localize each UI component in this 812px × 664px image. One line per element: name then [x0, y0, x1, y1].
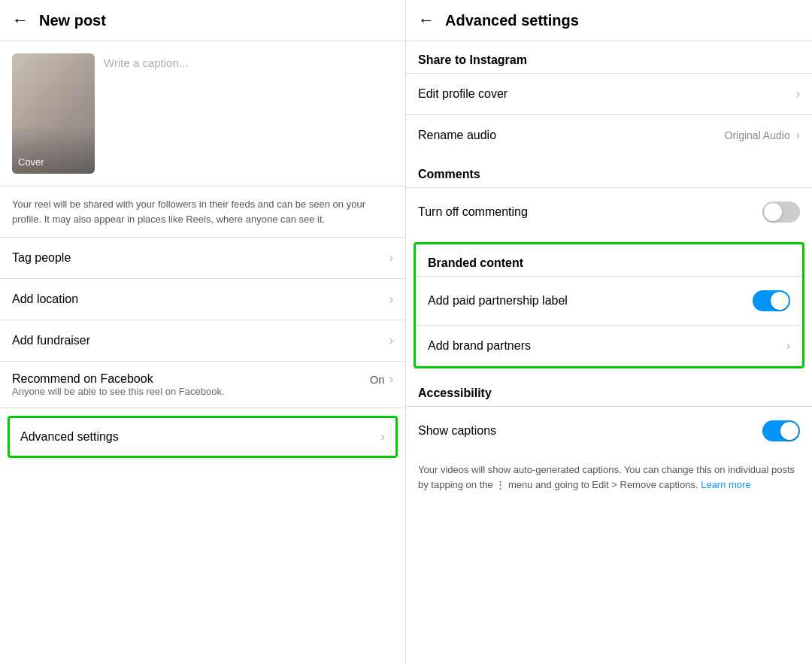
- add-fundraiser-chevron-icon: ›: [389, 334, 393, 347]
- left-back-button[interactable]: ←: [12, 11, 29, 30]
- add-fundraiser-label: Add fundraiser: [12, 334, 90, 347]
- accessibility-header: Accessibility: [406, 374, 812, 406]
- advanced-settings-chevron-icon: ›: [381, 430, 385, 444]
- rename-audio-label: Rename audio: [418, 129, 496, 142]
- description-text: Your reel will be shared with your follo…: [0, 186, 405, 238]
- add-brand-partners-label: Add brand partners: [428, 339, 531, 353]
- branded-content-box: Branded content Add paid partnership lab…: [414, 242, 804, 368]
- advanced-settings-item[interactable]: Advanced settings ›: [8, 416, 398, 458]
- rename-audio-chevron-icon: ›: [796, 129, 800, 142]
- add-paid-partnership-label: Add paid partnership label: [428, 294, 568, 308]
- show-captions-label: Show captions: [418, 424, 496, 438]
- tag-people-chevron-icon: ›: [389, 251, 393, 265]
- add-fundraiser-item[interactable]: Add fundraiser ›: [0, 320, 405, 362]
- left-panel-title: New post: [39, 12, 106, 29]
- caption-input[interactable]: Write a caption...: [104, 53, 393, 174]
- show-captions-toggle[interactable]: [762, 420, 800, 441]
- recommend-facebook-item[interactable]: Recommend on Facebook On › Anyone will b…: [0, 362, 405, 408]
- comments-header: Comments: [406, 156, 812, 187]
- cover-thumbnail[interactable]: Cover: [12, 53, 95, 174]
- tag-people-label: Tag people: [12, 251, 71, 265]
- share-instagram-header: Share to Instagram: [406, 41, 812, 73]
- add-brand-partners-chevron-icon: ›: [786, 339, 790, 353]
- left-header: ← New post: [0, 0, 405, 41]
- turn-off-commenting-label: Turn off commenting: [418, 205, 528, 219]
- add-location-chevron-icon: ›: [389, 293, 393, 306]
- add-brand-partners-row[interactable]: Add brand partners ›: [416, 325, 802, 366]
- cover-label: Cover: [18, 156, 44, 168]
- recommend-facebook-label: Recommend on Facebook: [12, 372, 153, 386]
- rename-audio-value: Original Audio: [725, 129, 790, 141]
- turn-off-commenting-toggle[interactable]: [762, 202, 800, 223]
- right-panel-title: Advanced settings: [445, 12, 579, 29]
- captions-note: Your videos will show auto-generated cap…: [406, 455, 812, 504]
- edit-profile-cover-row[interactable]: Edit profile cover ›: [406, 73, 812, 114]
- learn-more-link[interactable]: Learn more: [701, 479, 750, 490]
- advanced-settings-label: Advanced settings: [20, 430, 119, 444]
- recommend-facebook-value: On: [370, 373, 385, 386]
- rename-audio-row[interactable]: Rename audio Original Audio ›: [406, 114, 812, 156]
- captions-toggle-knob: [780, 422, 798, 440]
- paid-partnership-toggle-knob: [771, 292, 789, 310]
- tag-people-item[interactable]: Tag people ›: [0, 238, 405, 279]
- left-panel: ← New post Cover Write a caption... Your…: [0, 0, 406, 664]
- edit-profile-cover-label: Edit profile cover: [418, 87, 508, 101]
- branded-content-header: Branded content: [416, 244, 802, 276]
- recommend-facebook-chevron-icon: ›: [389, 372, 393, 386]
- edit-profile-cover-chevron-icon: ›: [796, 87, 800, 101]
- right-content: Share to Instagram Edit profile cover › …: [406, 41, 812, 664]
- recommend-facebook-sub: Anyone will be able to see this reel on …: [12, 386, 225, 397]
- add-paid-partnership-toggle[interactable]: [753, 290, 790, 311]
- add-location-item[interactable]: Add location ›: [0, 279, 405, 320]
- turn-off-commenting-row[interactable]: Turn off commenting: [406, 187, 812, 236]
- right-back-button[interactable]: ←: [418, 11, 435, 30]
- toggle-knob: [764, 203, 782, 221]
- add-location-label: Add location: [12, 293, 78, 306]
- add-paid-partnership-row[interactable]: Add paid partnership label: [416, 276, 802, 325]
- show-captions-row[interactable]: Show captions: [406, 406, 812, 455]
- right-header: ← Advanced settings: [406, 0, 812, 41]
- right-panel: ← Advanced settings Share to Instagram E…: [406, 0, 812, 664]
- post-content-area: Cover Write a caption...: [0, 41, 405, 186]
